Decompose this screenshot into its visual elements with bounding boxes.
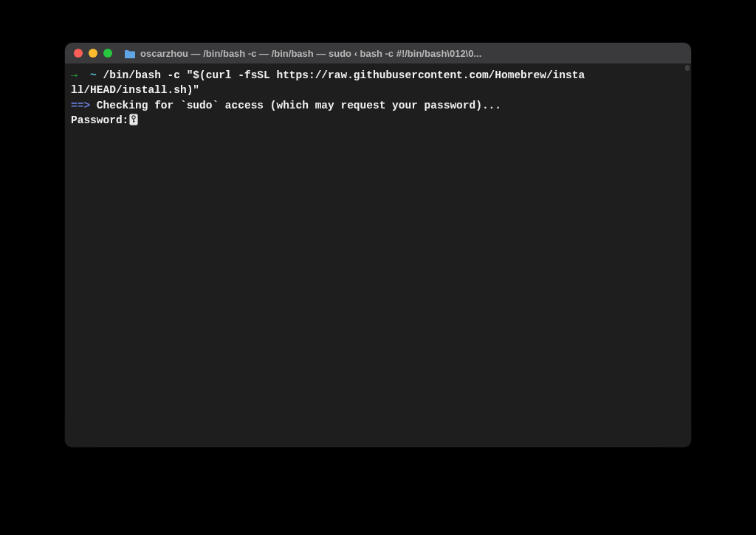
status-message: Checking for `sudo` access (which may re… xyxy=(97,100,501,111)
title-bar[interactable]: oscarzhou — /bin/bash -c — /bin/bash — s… xyxy=(65,43,691,63)
minimize-button[interactable] xyxy=(89,49,97,58)
command-line-wrap: ll/HEAD/install.sh)" xyxy=(71,83,685,97)
svg-rect-3 xyxy=(134,121,136,122)
svg-rect-2 xyxy=(134,119,134,122)
command-line: → ~ /bin/bash -c "$(curl -fsSL https://r… xyxy=(71,68,685,83)
close-button[interactable] xyxy=(74,49,83,58)
terminal-body[interactable]: → ~ /bin/bash -c "$(curl -fsSL https://r… xyxy=(65,63,691,447)
terminal-window: oscarzhou — /bin/bash -c — /bin/bash — s… xyxy=(65,43,691,447)
status-arrow-icon: ==> xyxy=(71,100,90,111)
command-text-1: /bin/bash -c "$(curl -fsSL https://raw.g… xyxy=(103,69,585,81)
folder-icon xyxy=(124,49,136,58)
password-prompt: Password: xyxy=(71,114,128,126)
status-line: ==> Checking for `sudo` access (which ma… xyxy=(71,98,685,113)
maximize-button[interactable] xyxy=(103,49,112,58)
scrollbar[interactable] xyxy=(685,65,690,71)
command-text-2: ll/HEAD/install.sh)" xyxy=(71,84,199,96)
prompt-location: ~ xyxy=(90,69,97,81)
prompt-arrow-icon: → xyxy=(71,69,78,81)
traffic-lights xyxy=(74,49,112,58)
title-content: oscarzhou — /bin/bash -c — /bin/bash — s… xyxy=(124,48,682,59)
window-title: oscarzhou — /bin/bash -c — /bin/bash — s… xyxy=(140,48,481,59)
password-line: Password: xyxy=(71,113,685,128)
key-icon xyxy=(129,114,138,125)
